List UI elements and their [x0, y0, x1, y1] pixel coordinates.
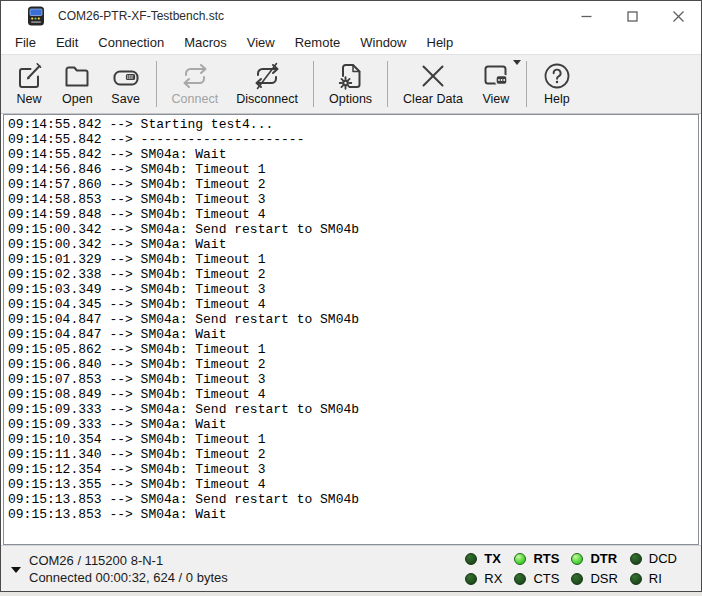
save-drive-icon [111, 61, 141, 91]
log-line: 09:15:13.853 --> SM04a: Send restart to … [8, 492, 698, 507]
status-dropdown-arrow-icon[interactable] [11, 567, 21, 573]
log-line: 09:15:07.853 --> SM04b: Timeout 3 [8, 372, 698, 387]
view-button[interactable]: View [472, 58, 520, 112]
window-controls [563, 1, 701, 31]
led-indicator-ri: RI [630, 571, 677, 586]
led-indicator-cts: CTS [514, 571, 559, 586]
led-label: RX [484, 571, 502, 586]
led-indicator-dtr: DTR [571, 551, 617, 566]
log-line: 09:15:00.342 --> SM04a: Wait [8, 237, 698, 252]
log-line: 09:14:55.842 --> --------------------- [8, 132, 698, 147]
led-label: RI [649, 571, 662, 586]
led-label: RTS [533, 551, 559, 566]
led-indicator-dsr: DSR [571, 571, 617, 586]
help-question-icon [542, 61, 572, 91]
toolbar: New Open [1, 54, 701, 114]
log-line: 09:15:12.354 --> SM04b: Timeout 3 [8, 462, 698, 477]
menu-macros[interactable]: Macros [174, 32, 237, 53]
log-line: 09:15:04.847 --> SM04a: Send restart to … [8, 312, 698, 327]
led-label: CTS [533, 571, 559, 586]
app-icon [26, 6, 46, 26]
toolbar-separator [313, 61, 314, 107]
menu-remote[interactable]: Remote [285, 32, 351, 53]
toolbar-button-label: View [482, 92, 509, 106]
led-indicator-rx: RX [465, 571, 502, 586]
log-line: 09:15:05.862 --> SM04b: Timeout 1 [8, 342, 698, 357]
close-button[interactable] [655, 1, 701, 31]
status-text: COM26 / 115200 8-N-1 Connected 00:00:32,… [29, 553, 465, 585]
window-title: COM26-PTR-XF-Testbench.stc [58, 9, 563, 23]
connect-arrows-icon [180, 61, 210, 91]
toolbar-button-label: Help [544, 92, 570, 106]
options-button[interactable]: Options [320, 58, 381, 112]
disconnect-arrows-icon [252, 61, 282, 91]
led-dot-icon [465, 553, 477, 565]
log-line: 09:14:59.848 --> SM04b: Timeout 4 [8, 207, 698, 222]
log-line: 09:15:09.333 --> SM04a: Wait [8, 417, 698, 432]
menu-window[interactable]: Window [350, 32, 416, 53]
menu-view[interactable]: View [237, 32, 285, 53]
log-area[interactable]: 09:14:55.842 --> Starting test4...09:14:… [3, 114, 699, 545]
led-dot-icon [630, 573, 642, 585]
log-line: 09:15:03.349 --> SM04b: Timeout 3 [8, 282, 698, 297]
clear-data-button[interactable]: Clear Data [394, 58, 472, 112]
led-panel: TXRXRTSCTSDTRDSRDCDRI [465, 549, 677, 589]
desktop-sliver [0, 592, 702, 596]
menu-bar: File Edit Connection Macros View Remote … [1, 31, 701, 54]
toolbar-separator [156, 61, 157, 107]
log-line: 09:15:13.853 --> SM04a: Wait [8, 507, 698, 522]
log-line: 09:15:04.345 --> SM04b: Timeout 4 [8, 297, 698, 312]
toolbar-button-label: New [16, 92, 41, 106]
disconnect-button[interactable]: Disconnect [227, 58, 307, 112]
toolbar-button-label: Options [329, 92, 372, 106]
log-line: 09:15:08.849 --> SM04b: Timeout 4 [8, 387, 698, 402]
log-line: 09:15:10.354 --> SM04b: Timeout 1 [8, 432, 698, 447]
help-button[interactable]: Help [533, 58, 581, 112]
log-line: 09:14:56.846 --> SM04b: Timeout 1 [8, 162, 698, 177]
log-line: 09:14:55.842 --> Starting test4... [8, 117, 698, 132]
open-folder-icon [62, 61, 92, 91]
log-line: 09:15:02.338 --> SM04b: Timeout 2 [8, 267, 698, 282]
log-line: 09:15:04.847 --> SM04a: Wait [8, 327, 698, 342]
led-label: TX [484, 551, 501, 566]
open-button[interactable]: Open [53, 58, 102, 112]
log-line: 09:14:57.860 --> SM04b: Timeout 2 [8, 177, 698, 192]
led-dot-icon [514, 573, 526, 585]
toolbar-button-label: Connect [172, 92, 219, 106]
led-indicator-dcd: DCD [630, 551, 677, 566]
menu-connection[interactable]: Connection [88, 32, 174, 53]
toolbar-separator [387, 61, 388, 107]
menu-help[interactable]: Help [417, 32, 464, 53]
connection-info: COM26 / 115200 8-N-1 [29, 553, 465, 568]
log-line: 09:15:00.342 --> SM04a: Send restart to … [8, 222, 698, 237]
new-button[interactable]: New [5, 58, 53, 112]
view-window-icon [481, 61, 511, 91]
toolbar-separator [526, 61, 527, 107]
status-bar: COM26 / 115200 8-N-1 Connected 00:00:32,… [1, 545, 701, 591]
menu-edit[interactable]: Edit [46, 32, 88, 53]
save-button[interactable]: Save [102, 58, 150, 112]
led-indicator-rts: RTS [514, 551, 559, 566]
led-dot-icon [514, 553, 526, 565]
log-line: 09:14:55.842 --> SM04a: Wait [8, 147, 698, 162]
led-indicator-tx: TX [465, 551, 502, 566]
log-line: 09:15:01.329 --> SM04b: Timeout 1 [8, 252, 698, 267]
connect-button[interactable]: Connect [163, 58, 228, 112]
maximize-button[interactable] [609, 1, 655, 31]
toolbar-button-label: Disconnect [236, 92, 298, 106]
led-label: DCD [649, 551, 677, 566]
led-dot-icon [465, 573, 477, 585]
toolbar-button-label: Save [111, 92, 140, 106]
minimize-button[interactable] [563, 1, 609, 31]
led-label: DTR [590, 551, 617, 566]
log-line: 09:15:09.333 --> SM04a: Send restart to … [8, 402, 698, 417]
log-line: 09:15:11.340 --> SM04b: Timeout 2 [8, 447, 698, 462]
led-label: DSR [590, 571, 617, 586]
app-window: COM26-PTR-XF-Testbench.stc File Edit Con… [0, 0, 702, 592]
session-info: Connected 00:00:32, 624 / 0 bytes [29, 570, 465, 585]
menu-file[interactable]: File [5, 32, 46, 53]
led-dot-icon [630, 553, 642, 565]
view-dropdown-arrow-icon [513, 60, 521, 65]
title-bar: COM26-PTR-XF-Testbench.stc [1, 1, 701, 31]
log-line: 09:14:58.853 --> SM04b: Timeout 3 [8, 192, 698, 207]
